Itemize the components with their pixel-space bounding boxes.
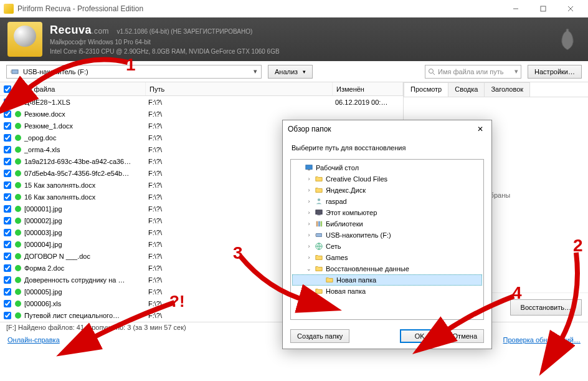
column-modified[interactable]: Изменён [333, 82, 403, 95]
expander-icon[interactable]: › [306, 221, 312, 227]
expander-icon[interactable]: › [306, 198, 312, 205]
minimize-button[interactable] [502, 0, 529, 17]
status-dot-icon [15, 170, 21, 176]
column-path[interactable]: Путь [146, 82, 333, 95]
expander-icon[interactable]: › [306, 187, 312, 193]
folder-icon [315, 186, 323, 194]
app-icon [4, 4, 14, 14]
tree-item[interactable]: Новая папка [292, 274, 482, 286]
tree-item[interactable]: › Яндекс.Диск [292, 185, 482, 196]
table-row[interactable]: Ц‹8E28~1.XLS F:\?\ 06.12.2019 00:… [0, 96, 403, 108]
tree-item[interactable]: › Библиотеки [292, 218, 482, 229]
row-checkbox[interactable] [4, 241, 11, 248]
row-checkbox[interactable] [4, 276, 11, 284]
status-dot-icon [15, 147, 21, 153]
tree-label: Библиотеки [326, 220, 363, 228]
drive-label: USB-накопитель (F:) [23, 68, 88, 75]
expander-icon[interactable]: › [306, 176, 312, 182]
ok-button[interactable]: OK [400, 329, 440, 343]
tree-item[interactable]: › Этот компьютер [292, 207, 482, 218]
tree-label: raspad [326, 198, 347, 205]
status-dot-icon [15, 277, 21, 283]
folder-tree[interactable]: Рабочий стол› Creative Cloud Files› Янде… [290, 159, 484, 320]
column-name[interactable]: Имя файла [15, 82, 146, 95]
folder-icon [315, 265, 323, 272]
os-text: Майкрософт Windows 10 Pro 64-bit [50, 38, 280, 46]
tree-item[interactable]: Рабочий стол [292, 162, 482, 173]
row-checkbox[interactable] [4, 99, 11, 106]
tree-item[interactable]: › USB-накопитель (F:) [292, 229, 482, 241]
close-button[interactable] [557, 0, 584, 17]
status-dot-icon [15, 241, 21, 248]
help-link[interactable]: Онлайн-справка [7, 336, 60, 346]
drive-selector[interactable]: USB-накопитель (F:) ▾ [6, 65, 262, 79]
file-name: Доверенность сотруднику на … [24, 276, 125, 284]
row-checkbox[interactable] [4, 134, 11, 142]
row-checkbox[interactable] [4, 193, 11, 201]
row-checkbox[interactable] [4, 170, 11, 177]
dialog-message: Выберите путь для восстановления [283, 138, 491, 155]
status-dot-icon [15, 135, 21, 141]
tree-label: USB-накопитель (F:) [326, 231, 391, 239]
row-checkbox[interactable] [4, 181, 11, 189]
svg-point-6 [429, 69, 434, 73]
dialog-close-button[interactable]: ✕ [474, 125, 486, 133]
expander-icon[interactable]: › [306, 288, 312, 294]
updates-link[interactable]: Проверка обновлений… [503, 336, 581, 346]
table-row[interactable]: Резюме.docx F:\?\ [0, 108, 403, 120]
file-modified: 06.12.2019 00:… [333, 99, 403, 106]
file-name: 1a9a212d-693c-43be-a942-ca36… [24, 158, 131, 165]
row-checkbox[interactable] [4, 205, 11, 213]
tree-item[interactable]: › Games [292, 252, 482, 263]
expander-icon[interactable]: › [306, 210, 312, 216]
row-checkbox[interactable] [4, 300, 11, 307]
restore-button[interactable]: Восстановить… [510, 299, 582, 316]
select-all-checkbox[interactable] [4, 85, 11, 93]
row-checkbox[interactable] [4, 264, 11, 272]
search-placeholder: Имя файла или путь [438, 68, 503, 75]
status-dot-icon [15, 111, 21, 117]
file-name: Путевой лист специального… [24, 312, 120, 319]
user-icon [315, 198, 323, 205]
preview-tab[interactable]: Сводка [448, 82, 485, 97]
file-name: _orma-4.xls [24, 146, 60, 153]
file-path: F:\?\ [146, 110, 333, 118]
row-checkbox[interactable] [4, 122, 11, 130]
expander-icon[interactable]: › [306, 243, 312, 249]
settings-button[interactable]: Настройки… [528, 65, 582, 79]
expander-icon[interactable]: › [306, 232, 312, 238]
window-title: Piriform Recuva - Professional Edition [17, 4, 502, 13]
preview-tab[interactable]: Просмотр [404, 82, 448, 97]
file-name: [000005].jpg [24, 288, 62, 296]
new-folder-button[interactable]: Создать папку [290, 329, 349, 343]
row-checkbox[interactable] [4, 288, 11, 296]
tree-item[interactable]: › Сеть [292, 241, 482, 252]
svg-rect-12 [317, 215, 320, 216]
svg-rect-11 [316, 210, 322, 215]
row-checkbox[interactable] [4, 110, 11, 118]
row-checkbox[interactable] [4, 158, 11, 165]
row-checkbox[interactable] [4, 217, 11, 224]
status-dot-icon [15, 182, 21, 188]
pc-icon [315, 209, 323, 216]
row-checkbox[interactable] [4, 312, 11, 319]
row-checkbox[interactable] [4, 229, 11, 236]
tree-item[interactable]: › raspad [292, 196, 482, 207]
tree-item[interactable]: › Creative Cloud Files [292, 173, 482, 185]
svg-rect-9 [308, 170, 310, 171]
maximize-button[interactable] [529, 0, 557, 17]
file-name: 07d5eb4a-95c7-4356-9fc2-e54b… [24, 170, 129, 177]
search-input[interactable]: Имя файла или путь ▾ [425, 65, 521, 79]
tree-label: Новая папка [326, 287, 366, 295]
tree-item[interactable]: ⌄ Восстановленные данные [292, 263, 482, 274]
preview-tab[interactable]: Заголовок [484, 82, 530, 97]
status-dot-icon [15, 289, 21, 295]
row-checkbox[interactable] [4, 253, 11, 260]
expander-icon[interactable]: › [306, 254, 312, 261]
tree-item[interactable]: › Новая папка [292, 286, 482, 297]
analyze-button[interactable]: Анализ [268, 65, 313, 79]
piriform-logo-icon [558, 26, 577, 51]
expander-icon[interactable]: ⌄ [306, 266, 312, 272]
row-checkbox[interactable] [4, 146, 11, 153]
cancel-button[interactable]: Отмена [446, 329, 484, 343]
